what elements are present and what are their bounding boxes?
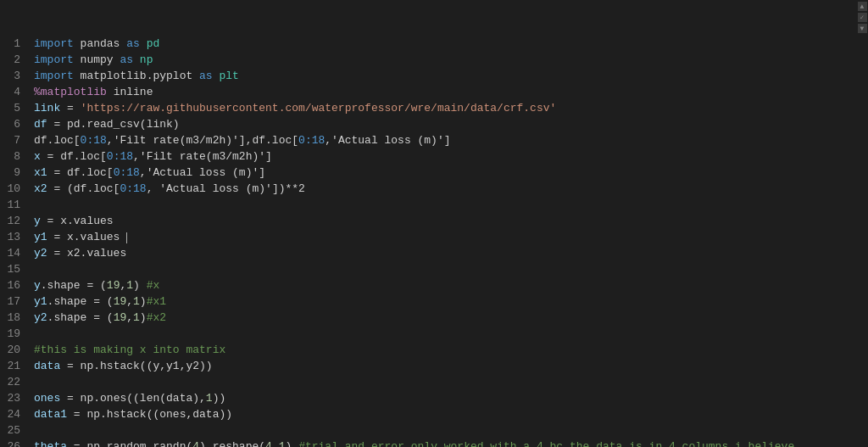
- token-var: x1: [34, 166, 47, 179]
- line-23: 23ones = np.ones((len(data),1)): [0, 390, 856, 406]
- token-plain: inline: [107, 86, 153, 98]
- line-22: 22: [0, 374, 856, 390]
- line-content: %matplotlib inline: [34, 84, 849, 100]
- token-idx: 0:18: [114, 166, 140, 179]
- line-number: 10: [0, 181, 34, 197]
- token-plain: = pd.read_csv(link): [47, 118, 180, 131]
- token-var: y2: [34, 247, 47, 260]
- token-var: y2: [34, 311, 47, 324]
- token-module: pd: [147, 37, 160, 50]
- line-number: 26: [0, 439, 34, 447]
- token-plain: df.loc[: [34, 134, 81, 147]
- line-19: 19: [0, 326, 856, 342]
- token-plain: ,: [272, 440, 279, 447]
- token-plain: = x.values: [41, 215, 114, 227]
- line-number: 7: [0, 132, 34, 148]
- token-module: np: [140, 53, 153, 66]
- line-content: link = 'https://raw.githubusercontent.co…: [34, 100, 849, 116]
- token-plain: = np.hstack((ones,data)): [67, 408, 232, 421]
- scroll-check-button[interactable]: ✓: [858, 13, 867, 22]
- line-24: 24data1 = np.hstack((ones,data)): [0, 406, 856, 422]
- line-number: 6: [0, 116, 34, 132]
- token-plain: ,'Filt rate(m3/m2h)'],df.loc[: [107, 134, 298, 147]
- line-number: 23: [0, 390, 34, 406]
- line-number: 16: [0, 277, 34, 293]
- line-number: 19: [0, 326, 34, 342]
- token-plain: .shape = (: [47, 311, 114, 324]
- token-plain: ): [140, 311, 147, 324]
- line-number: 8: [0, 148, 34, 165]
- line-26: 26theta = np.random.randn(4).reshape(4,1…: [0, 439, 856, 447]
- token-plain: ): [286, 440, 299, 447]
- scroll-down-button[interactable]: ▼: [858, 24, 867, 33]
- token-plain: ,'Actual loss (m)']: [325, 134, 450, 147]
- token-cm: #x: [147, 279, 160, 292]
- line-25: 25: [0, 422, 856, 439]
- line-10: 10x2 = (df.loc[0:18, 'Actual loss (m)'])…: [0, 181, 856, 197]
- line-16: 16y.shape = (19,1) #x: [0, 277, 856, 293]
- token-str: 'https://raw.githubusercontent.com/water…: [81, 102, 557, 115]
- line-number: 17: [0, 293, 34, 310]
- token-plain: )): [213, 392, 226, 405]
- token-plain: .shape = (: [47, 295, 114, 308]
- line-11: 11: [0, 197, 856, 213]
- token-plain: numpy: [74, 53, 120, 66]
- line-content: data = np.hstack((y,y1,y2)): [34, 358, 849, 374]
- line-content: #this is making x into matrix: [34, 342, 849, 358]
- line-18: 18y2.shape = (19,1)#x2: [0, 310, 856, 326]
- line-number: 12: [0, 213, 34, 229]
- line-number: 2: [0, 52, 34, 68]
- token-idx: 0:18: [120, 182, 146, 195]
- line-number: 18: [0, 310, 34, 326]
- token-var: theta: [34, 440, 67, 447]
- token-num: 1: [133, 295, 140, 308]
- token-var: y1: [34, 295, 47, 308]
- token-plain: ,'Filt rate(m3/m2h)']: [133, 150, 272, 163]
- editor-container: 1import pandas as pd2import numpy as np3…: [0, 0, 868, 447]
- token-idx: 0:18: [298, 134, 325, 147]
- token-plain: matplotlib.pyplot: [74, 70, 199, 82]
- token-var: data1: [34, 408, 67, 421]
- line-content: data1 = np.hstack((ones,data)): [34, 406, 849, 422]
- token-var: data: [34, 360, 60, 372]
- token-kw: import: [34, 53, 74, 66]
- line-content: import pandas as pd: [34, 36, 849, 52]
- token-cm: #trial and error only worked with a 4 bc…: [298, 440, 794, 447]
- token-num: 19: [114, 311, 127, 324]
- line-7: 7df.loc[0:18,'Filt rate(m3/m2h)'],df.loc…: [0, 132, 856, 148]
- scroll-up-button[interactable]: ▲: [858, 2, 867, 11]
- line-14: 14y2 = x2.values: [0, 245, 856, 261]
- line-number: 24: [0, 406, 34, 422]
- line-number: 13: [0, 229, 34, 245]
- token-plain: = df.loc[: [47, 166, 114, 179]
- line-2: 2import numpy as np: [0, 52, 856, 68]
- line-content: [34, 374, 849, 390]
- token-plain: pandas: [74, 37, 126, 50]
- line-17: 17y1.shape = (19,1)#x1: [0, 293, 856, 310]
- line-12: 12y = x.values: [0, 213, 856, 229]
- line-5: 5link = 'https://raw.githubusercontent.c…: [0, 100, 856, 116]
- token-plain: ): [140, 295, 147, 308]
- token-var: df: [34, 118, 47, 131]
- line-content: theta = np.random.randn(4).reshape(4,1) …: [34, 439, 849, 447]
- token-num: 1: [279, 440, 286, 447]
- token-idx: 0:18: [81, 134, 107, 147]
- code-area[interactable]: 1import pandas as pd2import numpy as np3…: [0, 0, 856, 447]
- line-15: 15: [0, 261, 856, 277]
- line-content: import matplotlib.pyplot as plt: [34, 68, 849, 84]
- token-magic: %matplotlib: [34, 86, 107, 98]
- token-var: x2: [34, 182, 47, 195]
- line-number: 21: [0, 358, 34, 374]
- token-var: x: [34, 150, 41, 163]
- line-number: 14: [0, 245, 34, 261]
- token-cm: #this is making x into matrix: [34, 344, 225, 356]
- token-num: 1: [206, 392, 213, 405]
- line-4: 4%matplotlib inline: [0, 84, 856, 100]
- line-number: 11: [0, 197, 34, 213]
- scrollbar[interactable]: ▲ ✓ ▼: [856, 0, 868, 447]
- line-content: df = pd.read_csv(link): [34, 116, 849, 132]
- token-plain: , 'Actual loss (m)'])**2: [147, 182, 305, 195]
- line-content: [34, 197, 849, 213]
- token-var: y: [34, 279, 41, 292]
- line-number: 3: [0, 68, 34, 84]
